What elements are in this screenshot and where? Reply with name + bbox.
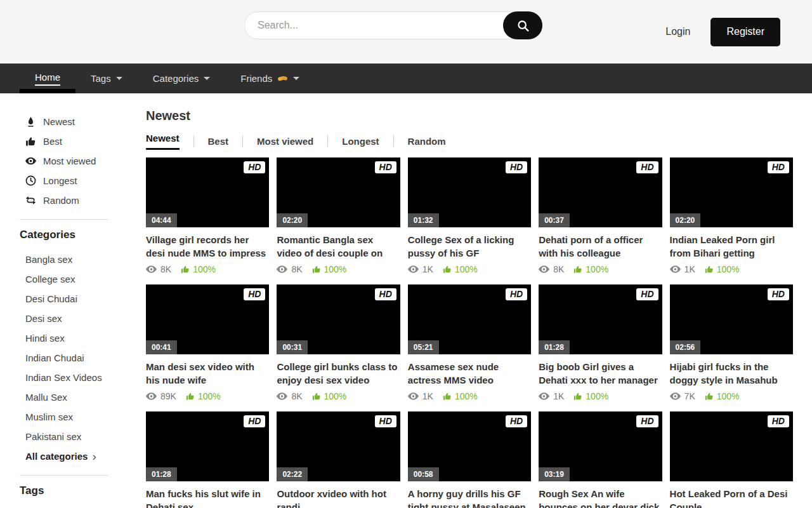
video-meta: 8K 100% [277, 391, 400, 401]
video-card[interactable]: HD 01:28 Man fucks his slut wife in Deha… [146, 411, 269, 508]
video-card[interactable]: HD 05:21 Assamese sex nude actress MMS v… [408, 284, 531, 401]
thumbs-up-icon [705, 392, 714, 401]
video-title[interactable]: Hijabi girl fucks in the doggy style in … [670, 360, 793, 387]
duration-badge: 01:32 [408, 213, 439, 227]
search-input[interactable] [244, 11, 542, 39]
video-title[interactable]: Hot Leaked Porn of a Desi Couple [670, 487, 793, 508]
video-thumbnail[interactable]: HD 02:20 [277, 157, 400, 227]
duration-badge: 05:21 [408, 340, 439, 354]
sidebar-category-college-sex[interactable]: College sex [25, 269, 146, 289]
video-title[interactable]: Village girl records her desi nude MMS t… [146, 233, 269, 260]
video-card[interactable]: HD 02:20 Romantic Bangla sex video of de… [277, 157, 400, 274]
tab-random[interactable]: Random [394, 136, 460, 147]
video-thumbnail[interactable]: HD 00:37 [539, 157, 662, 227]
sidebar-sort-longest[interactable]: Longest [25, 171, 146, 190]
video-card[interactable]: HD 02:20 Indian Leaked Porn girl from Bi… [670, 157, 793, 274]
sidebar-category-bangla-sex[interactable]: Bangla sex [25, 250, 146, 269]
video-thumbnail[interactable]: HD 01:28 [146, 411, 269, 481]
categories-heading: Categories [20, 229, 146, 241]
tab-label: Most viewed [257, 136, 313, 147]
sidebar-sort-most-viewed[interactable]: Most viewed [25, 151, 146, 171]
video-card[interactable]: HD 02:22 Outdoor xvideo with hot randi [277, 411, 400, 508]
eye-icon [277, 392, 287, 400]
view-count-value: 7K [684, 391, 695, 401]
video-meta: 89K 100% [146, 391, 269, 401]
video-card[interactable]: HD 00:41 Man desi sex video with his nud… [146, 284, 269, 401]
video-thumbnail[interactable]: HD 01:28 [539, 284, 662, 354]
duration-badge: 02:22 [277, 467, 308, 481]
nav-item-home[interactable]: Home [20, 64, 75, 93]
hd-badge: HD [375, 415, 396, 427]
video-title[interactable]: Rough Sex An wife bounces on her devar d… [539, 487, 662, 508]
video-title[interactable]: College girl bunks class to enjoy desi s… [277, 360, 400, 387]
nav-item-categories[interactable]: Categories [138, 64, 226, 93]
video-thumbnail[interactable]: HD 02:56 [670, 284, 793, 354]
video-card[interactable]: HD 01:28 Big boob Girl gives a Dehati xx… [539, 284, 662, 401]
video-card[interactable]: HD 02:56 Hijabi girl fucks in the doggy … [670, 284, 793, 401]
like-rating: 100% [181, 264, 216, 274]
view-count-value: 8K [553, 264, 564, 274]
video-thumbnail[interactable]: HD 02:22 [277, 411, 400, 481]
video-card[interactable]: HD Hot Leaked Porn of a Desi Couple [670, 411, 793, 508]
video-thumbnail[interactable]: HD 01:32 [408, 157, 531, 227]
video-thumbnail[interactable]: HD [670, 411, 793, 481]
video-card[interactable]: HD 01:32 College Sex of a licking pussy … [408, 157, 531, 274]
nav-item-tags[interactable]: Tags [75, 64, 138, 93]
duration-badge: 01:28 [539, 340, 570, 354]
video-title[interactable]: Indian Leaked Porn girl from Bihari gett… [670, 233, 793, 260]
video-thumbnail[interactable]: HD 04:44 [146, 157, 269, 227]
search-button[interactable] [503, 11, 542, 39]
all-categories-link[interactable]: All categories › [20, 446, 146, 466]
like-rating: 100% [573, 264, 608, 274]
hd-badge: HD [768, 288, 789, 300]
video-title[interactable]: Dehati porn of a officer with his collea… [539, 233, 662, 260]
video-thumbnail[interactable]: HD 00:58 [408, 411, 531, 481]
sidebar-category-mallu-sex[interactable]: Mallu Sex [25, 387, 146, 407]
video-title[interactable]: A horny guy drills his GF tight pussy at… [408, 487, 531, 508]
sidebar-sort-random[interactable]: Random [25, 190, 146, 210]
video-title[interactable]: Assamese sex nude actress MMS video [408, 360, 531, 387]
sidebar-sort-newest[interactable]: Newest [25, 112, 146, 131]
video-title[interactable]: Man fucks his slut wife in Dehati sex [146, 487, 269, 508]
video-title[interactable]: College Sex of a licking pussy of his GF [408, 233, 531, 260]
video-thumbnail[interactable]: HD 05:21 [408, 284, 531, 354]
tab-best[interactable]: Best [194, 136, 243, 147]
main-nav: HomeTagsCategoriesFriends [0, 64, 812, 93]
video-card[interactable]: HD 00:58 A horny guy drills his GF tight… [408, 411, 531, 508]
tab-newest[interactable]: Newest [146, 133, 193, 150]
video-meta: 8K 100% [539, 264, 662, 274]
hd-badge: HD [375, 161, 396, 173]
sidebar-category-hindi-sex[interactable]: Hindi sex [25, 328, 146, 348]
video-card[interactable]: HD 00:37 Dehati porn of a officer with h… [539, 157, 662, 274]
hd-badge: HD [636, 415, 658, 427]
video-title[interactable]: Man desi sex video with his nude wife [146, 360, 269, 387]
like-rating-value: 100% [455, 391, 478, 401]
sidebar-category-indian-sex-videos[interactable]: Indian Sex Videos [25, 368, 146, 387]
view-count-value: 8K [291, 264, 302, 274]
tab-most-viewed[interactable]: Most viewed [243, 136, 327, 147]
hd-badge: HD [506, 288, 527, 300]
video-thumbnail[interactable]: HD 03:19 [539, 411, 662, 481]
video-card[interactable]: HD 03:19 Rough Sex An wife bounces on he… [539, 411, 662, 508]
register-button[interactable]: Register [710, 18, 780, 46]
duration-badge: 00:31 [277, 340, 308, 354]
video-title[interactable]: Big boob Girl gives a Dehati xxx to her … [539, 360, 662, 387]
video-title[interactable]: Outdoor xvideo with hot randi [277, 487, 400, 508]
like-rating-value: 100% [717, 264, 740, 274]
video-title[interactable]: Romantic Bangla sex video of desi couple… [277, 233, 400, 260]
sidebar-category-muslim-sex[interactable]: Muslim sex [25, 407, 146, 427]
sidebar-category-desi-chudai[interactable]: Desi Chudai [25, 289, 146, 309]
video-card[interactable]: HD 00:31 College girl bunks class to enj… [277, 284, 400, 401]
sidebar-category-desi-sex[interactable]: Desi sex [25, 309, 146, 328]
nav-item-friends[interactable]: Friends [225, 64, 315, 93]
header: Login Register [0, 0, 812, 64]
video-thumbnail[interactable]: HD 00:31 [277, 284, 400, 354]
video-card[interactable]: HD 04:44 Village girl records her desi n… [146, 157, 269, 274]
video-thumbnail[interactable]: HD 02:20 [670, 157, 793, 227]
sidebar-category-indian-chudai[interactable]: Indian Chudai [25, 348, 146, 368]
tab-longest[interactable]: Longest [328, 136, 393, 147]
sidebar-category-pakistani-sex[interactable]: Pakistani sex [25, 427, 146, 446]
sidebar-sort-best[interactable]: Best [25, 131, 146, 151]
login-link[interactable]: Login [665, 26, 690, 37]
video-thumbnail[interactable]: HD 00:41 [146, 284, 269, 354]
